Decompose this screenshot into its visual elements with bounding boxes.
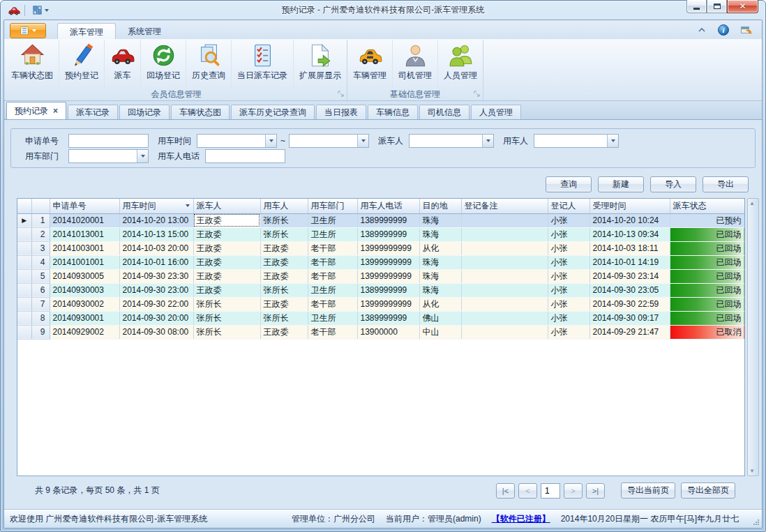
next-page-button[interactable]: > [564,483,583,499]
table-cell[interactable]: 小张 [548,241,589,255]
table-cell[interactable]: 珠海 [419,269,461,283]
row-number[interactable]: 7 [31,297,50,311]
table-cell[interactable]: 13999999999 [357,241,419,255]
table-cell[interactable]: 王政委 [193,241,260,255]
ribbon-button[interactable]: 人员管理 [438,40,483,88]
status-cell[interactable]: 已取消 [670,325,744,339]
ribbon-button[interactable]: 回场登记 [141,40,186,88]
table-cell[interactable]: 2014-09-30 23:00 [119,283,193,297]
grid-column-header[interactable]: 受理时间 [589,199,670,213]
table-cell[interactable]: 从化 [419,241,461,255]
document-tab[interactable]: 司机信息 [419,105,470,119]
ribbon-button[interactable]: 历史查询 [186,40,232,88]
maximize-button[interactable] [707,0,727,13]
grid-column-header[interactable]: 申请单号 [50,199,119,213]
dispatcher-combo[interactable] [409,134,494,148]
page-number-input[interactable] [541,483,560,499]
document-tab[interactable]: 派车历史记录查询 [231,105,315,119]
table-cell[interactable]: 王政委 [193,227,260,241]
dropdown-button[interactable] [482,135,493,147]
skin-icon[interactable] [740,24,752,36]
table-cell[interactable]: 王政委 [260,297,308,311]
table-cell[interactable]: 小张 [548,255,589,269]
table-cell[interactable] [461,297,548,311]
ribbon-button[interactable]: 司机管理 [393,40,438,88]
grid-column-header[interactable]: 派车人 [193,199,260,213]
dropdown-button[interactable] [137,150,148,162]
table-cell[interactable]: 张所长 [193,325,260,339]
table-cell[interactable]: 王政委 [193,269,260,283]
table-cell[interactable]: 2014-09-29 21:47 [589,325,670,339]
table-cell[interactable] [461,325,548,339]
row-number[interactable]: 4 [31,255,50,269]
table-cell[interactable]: 1389999999 [357,227,419,241]
grid-column-header[interactable]: 用车人 [260,199,308,213]
table-cell[interactable]: 2014-09-30 22:00 [119,297,193,311]
document-tab[interactable]: 派车记录 [68,105,118,119]
row-indicator[interactable] [17,269,31,283]
table-cell[interactable]: 2014-10-03 18:11 [589,241,670,255]
close-tab-icon[interactable]: × [53,107,58,115]
grid-column-header[interactable]: 用车时间 [119,199,193,213]
table-cell[interactable]: 珠海 [419,213,461,227]
table-cell[interactable]: 老干部 [308,325,357,339]
table-cell[interactable]: 20141013001 [50,227,119,241]
status-cell[interactable]: 已回场 [670,241,744,255]
query-button[interactable]: 查询 [546,176,592,192]
table-cell[interactable]: 佛山 [419,311,461,325]
table-cell[interactable]: 2014-10-13 15:00 [119,227,193,241]
table-cell[interactable]: 1389999999 [357,311,419,325]
row-number[interactable]: 1 [31,213,50,227]
ribbon-tab[interactable]: 系统管理 [116,23,173,39]
table-cell[interactable]: 2014-09-30 20:00 [119,311,193,325]
table-cell[interactable]: 张所长 [260,283,308,297]
ribbon-button[interactable]: 车辆状态图 [6,40,59,88]
table-cell[interactable] [461,213,548,227]
dropdown-button[interactable] [607,135,618,147]
table-cell[interactable]: 卫生所 [308,283,357,297]
grid-column-header[interactable]: 登记人 [548,199,589,213]
table-cell[interactable]: 王政委 [260,241,308,255]
table-cell[interactable]: 20140930003 [50,283,119,297]
document-tab[interactable]: 车辆状态图 [171,105,230,119]
row-indicator[interactable] [17,283,31,297]
quick-access-toolbar-button[interactable] [29,3,52,17]
dept-combo[interactable] [68,149,149,163]
minimize-button[interactable] [686,0,707,13]
export-button[interactable]: 导出 [703,176,749,192]
table-cell[interactable]: 王政委 [260,255,308,269]
table-cell[interactable]: 老干部 [308,269,357,283]
status-cell[interactable]: 已回场 [670,255,744,269]
order-no-input[interactable] [68,134,149,148]
application-menu-button[interactable] [10,23,46,38]
table-cell[interactable]: 13999999999 [357,255,419,269]
collapse-ribbon-icon[interactable] [697,26,707,33]
ribbon-button[interactable]: 车辆管理 [347,40,393,88]
table-cell[interactable]: 13999999999 [357,297,419,311]
table-cell[interactable]: 20140930001 [50,311,119,325]
table-cell[interactable]: 小张 [548,269,589,283]
row-indicator[interactable] [17,297,31,311]
table-cell[interactable]: 小张 [548,311,589,325]
table-cell[interactable]: 1389999999 [357,213,419,227]
table-cell[interactable]: 20140930005 [50,269,119,283]
row-indicator[interactable] [17,255,31,269]
table-cell[interactable]: 20140929002 [50,325,119,339]
table-cell[interactable]: 小张 [548,227,589,241]
table-cell[interactable]: 张所长 [260,227,308,241]
user-combo[interactable] [534,134,619,148]
phone-input[interactable] [205,149,285,163]
document-tab[interactable]: 回场记录 [119,105,170,119]
table-cell[interactable]: 小张 [548,213,589,227]
table-cell[interactable]: 卫生所 [308,311,357,325]
table-cell[interactable]: 13900000 [357,325,419,339]
table-cell[interactable]: 珠海 [419,283,461,297]
table-cell[interactable] [461,311,548,325]
use-time-to-combo[interactable] [289,134,369,148]
new-button[interactable]: 新建 [598,176,644,192]
row-indicator[interactable]: ▶ [17,213,31,227]
table-cell[interactable]: 2014-10-01 16:00 [119,255,193,269]
table-cell[interactable]: 2014-10-20 10:24 [589,213,670,227]
table-cell[interactable]: 1389999999 [357,283,419,297]
row-number[interactable]: 6 [31,283,50,297]
